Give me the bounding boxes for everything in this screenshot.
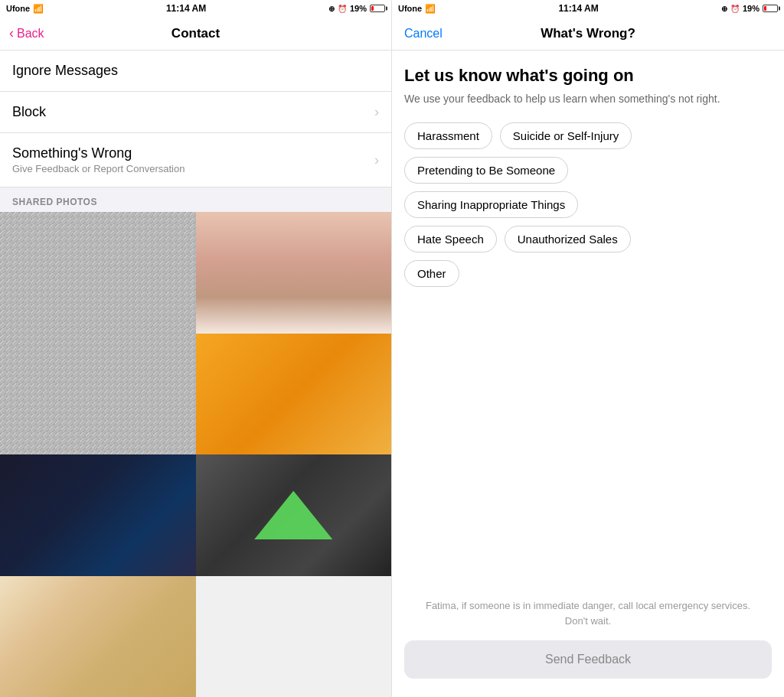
chip-sharing[interactable]: Sharing Inappropriate Things [404,191,578,218]
back-label: Back [17,27,44,41]
right-status-right: ⊕ ⏰ 19% [721,4,778,13]
shared-photos-grid [0,212,391,697]
left-nav-bar: ‹ Back Contact [0,17,391,50]
somethings-wrong-sublabel: Give Feedback or Report Conversation [12,163,185,174]
photo-4[interactable] [0,454,196,576]
left-battery-percent: 19% [350,4,367,13]
back-button[interactable]: ‹ Back [9,25,44,41]
chip-row-5: Other [404,260,772,287]
right-battery-icon [763,5,778,12]
whats-wrong-heading: Let us know what's going on [404,66,772,86]
chip-pretending[interactable]: Pretending to Be Someone [404,157,568,184]
somethings-wrong-label: Something's Wrong [12,145,185,161]
left-time: 11:14 AM [166,3,206,14]
left-status-left: Ufone 📶 [6,4,44,14]
chip-suicide[interactable]: Suicide or Self-Injury [500,122,632,149]
emergency-text: Fatima, if someone is in immediate dange… [404,586,772,640]
chip-row-1: Harassment Suicide or Self-Injury [404,122,772,149]
left-panel: Ufone 📶 11:14 AM ⊕ ⏰ 19% ‹ Back Contact [0,0,392,697]
shared-photos-header: SHARED PHOTOS [0,187,391,212]
photo-1[interactable] [0,212,196,454]
right-panel: Ufone 📶 11:14 AM ⊕ ⏰ 19% Cancel What's W… [392,0,784,697]
chip-hate[interactable]: Hate Speech [404,226,497,252]
cancel-button[interactable]: Cancel [404,27,443,41]
right-alarm-icon: ⏰ [730,5,740,13]
right-footer: Fatima, if someone is in immediate dange… [392,586,784,697]
right-time: 11:14 AM [558,3,598,14]
right-nav-bar: Cancel What's Wrong? [392,17,784,50]
left-wifi-icon: 📶 [33,4,44,14]
right-battery-percent: 19% [743,4,760,13]
left-nav-title: Contact [172,26,220,41]
right-wifi-icon: 📶 [425,4,436,14]
chip-sales[interactable]: Unauthorized Sales [505,226,631,252]
somethings-wrong-item[interactable]: Something's Wrong Give Feedback or Repor… [0,133,391,187]
photo-6[interactable] [0,576,196,698]
left-status-bar: Ufone 📶 11:14 AM ⊕ ⏰ 19% [0,0,391,17]
block-chevron-icon: › [374,104,379,120]
left-carrier: Ufone [6,4,30,13]
send-feedback-button[interactable]: Send Feedback [404,640,772,679]
photo-2[interactable] [196,212,392,334]
left-battery-icon [370,5,385,12]
left-location-icon: ⊕ [328,5,335,13]
right-status-left: Ufone 📶 [398,4,436,14]
ignore-messages-label: Ignore Messages [12,63,118,79]
chip-row-2: Pretending to Be Someone [404,157,772,184]
photo-5[interactable] [196,454,392,576]
somethings-wrong-content: Something's Wrong Give Feedback or Repor… [12,145,185,174]
left-alarm-icon: ⏰ [338,5,347,13]
left-menu-list: Ignore Messages Block › Something's Wron… [0,50,391,187]
right-content: Let us know what's going on We use your … [392,50,784,586]
block-label: Block [12,104,46,120]
back-chevron-icon: ‹ [9,25,14,41]
wrong-chevron-icon: › [374,152,379,168]
right-nav-title: What's Wrong? [541,26,635,41]
photo-3[interactable] [196,334,392,455]
whats-wrong-subheading: We use your feedback to help us learn wh… [404,92,772,107]
chip-row-4: Hate Speech Unauthorized Sales [404,226,772,252]
chip-harassment[interactable]: Harassment [404,122,492,149]
right-carrier: Ufone [398,4,422,13]
right-location-icon: ⊕ [721,5,727,13]
ignore-messages-item[interactable]: Ignore Messages [0,50,391,92]
block-item[interactable]: Block › [0,92,391,133]
right-status-bar: Ufone 📶 11:14 AM ⊕ ⏰ 19% [392,0,784,17]
left-status-right: ⊕ ⏰ 19% [328,4,385,13]
chip-row-3: Sharing Inappropriate Things [404,191,772,218]
chip-other[interactable]: Other [404,260,459,287]
